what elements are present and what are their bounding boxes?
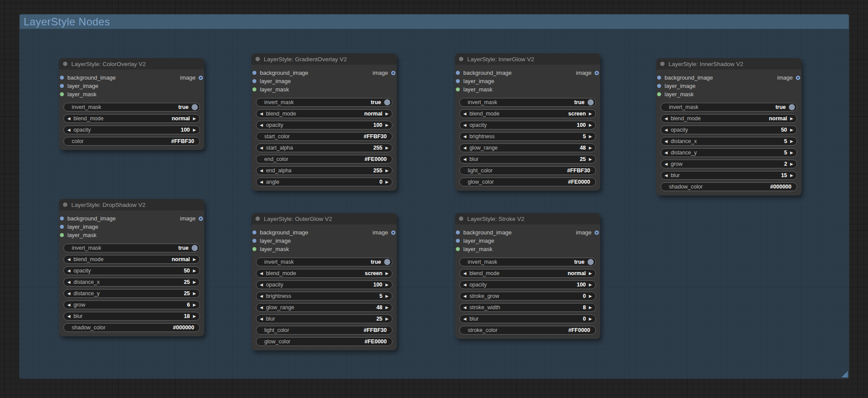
input-port-background_image-icon[interactable] — [252, 71, 256, 75]
toggle-knob-icon[interactable] — [588, 99, 594, 105]
node-graph-canvas[interactable]: { "group": { "title": "LayerStyle Nodes"… — [0, 0, 868, 398]
number-widget-stroke_grow[interactable]: ◀ stroke_grow 0 ▶ — [459, 292, 596, 300]
decrement-arrow-icon[interactable]: ◀ — [665, 174, 668, 178]
decrement-arrow-icon[interactable]: ◀ — [463, 146, 466, 150]
increment-arrow-icon[interactable]: ▶ — [589, 146, 592, 150]
number-widget-blur[interactable]: ◀ blur 18 ▶ — [63, 312, 200, 321]
increment-arrow-icon[interactable]: ▶ — [385, 169, 388, 173]
decrement-arrow-icon[interactable]: ◀ — [463, 283, 466, 287]
node-layerstyle-outerglow-v2[interactable]: LayerStyle: OuterGlow V2 background_imag… — [252, 213, 397, 350]
decrement-arrow-icon[interactable]: ◀ — [260, 283, 263, 287]
text-widget-glow_color[interactable]: glow_color #FE0000 — [459, 178, 596, 186]
toggle-knob-icon[interactable] — [192, 104, 198, 110]
input-port-background_image-icon[interactable] — [60, 76, 64, 80]
collapse-dot-icon[interactable] — [63, 62, 67, 66]
increment-arrow-icon[interactable]: ▶ — [589, 294, 592, 298]
input-port-layer_image-icon[interactable] — [252, 239, 256, 243]
input-port-layer_image-icon[interactable] — [456, 79, 460, 83]
input-port-background_image-icon[interactable] — [657, 76, 661, 80]
number-widget-opacity[interactable]: ◀ opacity 100 ▶ — [256, 121, 392, 129]
toggle-knob-icon[interactable] — [384, 99, 390, 105]
node-title-bar[interactable]: LayerStyle: GradientOverlay V2 — [252, 53, 397, 65]
input-port-background_image-icon[interactable] — [456, 71, 460, 75]
output-port-image-icon[interactable] — [391, 71, 396, 75]
increment-arrow-icon[interactable]: ▶ — [193, 314, 196, 318]
increment-arrow-icon[interactable]: ▶ — [385, 146, 388, 150]
number-widget-blur[interactable]: ◀ blur 15 ▶ — [661, 171, 797, 180]
input-port-layer_mask-icon[interactable] — [60, 92, 64, 96]
increment-arrow-icon[interactable]: ▶ — [589, 135, 592, 139]
node-title-bar[interactable]: LayerStyle: DropShadow V2 — [59, 199, 204, 210]
node-layerstyle-innerglow-v2[interactable]: LayerStyle: InnerGlow V2 background_imag… — [455, 53, 600, 191]
combo-widget-blend_mode[interactable]: ◀ blend_mode normal ▶ — [256, 109, 392, 118]
decrement-arrow-icon[interactable]: ◀ — [260, 112, 263, 116]
decrement-arrow-icon[interactable]: ◀ — [665, 140, 668, 143]
number-widget-glow_range[interactable]: ◀ glow_range 48 ▶ — [459, 143, 596, 152]
combo-widget-blend_mode[interactable]: ◀ blend_mode normal ▶ — [63, 255, 200, 264]
text-widget-light_color[interactable]: light_color #FFBF30 — [459, 166, 596, 175]
decrement-arrow-icon[interactable]: ◀ — [463, 306, 466, 310]
text-widget-color[interactable]: color #FFBF30 — [63, 137, 200, 146]
increment-arrow-icon[interactable]: ▶ — [385, 272, 388, 276]
decrement-arrow-icon[interactable]: ◀ — [665, 162, 668, 166]
decrement-arrow-icon[interactable]: ◀ — [67, 314, 70, 318]
decrement-arrow-icon[interactable]: ◀ — [67, 258, 70, 262]
increment-arrow-icon[interactable]: ▶ — [385, 294, 388, 298]
number-widget-grow[interactable]: ◀ grow 6 ▶ — [63, 300, 200, 309]
input-port-layer_image-icon[interactable] — [456, 239, 460, 243]
decrement-arrow-icon[interactable]: ◀ — [665, 128, 668, 132]
number-widget-opacity[interactable]: ◀ opacity 50 ▶ — [63, 266, 200, 275]
decrement-arrow-icon[interactable]: ◀ — [463, 123, 466, 127]
toggle-widget-invert_mask[interactable]: invert_mask true — [63, 103, 200, 112]
increment-arrow-icon[interactable]: ▶ — [790, 140, 793, 143]
increment-arrow-icon[interactable]: ▶ — [589, 283, 592, 287]
input-port-layer_mask-icon[interactable] — [456, 247, 460, 251]
decrement-arrow-icon[interactable]: ◀ — [260, 306, 263, 310]
increment-arrow-icon[interactable]: ▶ — [589, 317, 592, 321]
collapse-dot-icon[interactable] — [660, 62, 665, 66]
combo-widget-blend_mode[interactable]: ◀ blend_mode normal ▶ — [459, 269, 596, 278]
increment-arrow-icon[interactable]: ▶ — [193, 292, 196, 296]
increment-arrow-icon[interactable]: ▶ — [589, 306, 592, 310]
decrement-arrow-icon[interactable]: ◀ — [463, 112, 466, 116]
increment-arrow-icon[interactable]: ▶ — [385, 306, 388, 310]
input-port-layer_image-icon[interactable] — [60, 84, 64, 88]
text-widget-shadow_color[interactable]: shadow_color #000000 — [661, 182, 797, 191]
decrement-arrow-icon[interactable]: ◀ — [463, 294, 466, 298]
output-port-image-icon[interactable] — [199, 76, 203, 80]
increment-arrow-icon[interactable]: ▶ — [385, 112, 388, 116]
node-layerstyle-gradientoverlay-v2[interactable]: LayerStyle: GradientOverlay V2 backgroun… — [252, 53, 397, 191]
decrement-arrow-icon[interactable]: ◀ — [67, 117, 70, 121]
increment-arrow-icon[interactable]: ▶ — [193, 269, 196, 273]
increment-arrow-icon[interactable]: ▶ — [385, 283, 388, 287]
number-widget-stroke_width[interactable]: ◀ stroke_width 8 ▶ — [459, 303, 596, 312]
collapse-dot-icon[interactable] — [256, 216, 260, 221]
node-title-bar[interactable]: LayerStyle: InnerShadow V2 — [656, 58, 802, 70]
number-widget-distance_y[interactable]: ◀ distance_y 5 ▶ — [661, 148, 797, 157]
input-port-layer_image-icon[interactable] — [60, 225, 64, 229]
input-port-layer_mask-icon[interactable] — [60, 233, 64, 237]
node-title-bar[interactable]: LayerStyle: ColorOverlay V2 — [59, 58, 204, 70]
input-port-layer_mask-icon[interactable] — [252, 247, 256, 251]
node-layerstyle-coloroverlay-v2[interactable]: LayerStyle: ColorOverlay V2 background_i… — [59, 58, 204, 150]
increment-arrow-icon[interactable]: ▶ — [385, 123, 388, 127]
number-widget-opacity[interactable]: ◀ opacity 100 ▶ — [459, 121, 596, 129]
decrement-arrow-icon[interactable]: ◀ — [463, 272, 466, 276]
decrement-arrow-icon[interactable]: ◀ — [67, 303, 70, 307]
decrement-arrow-icon[interactable]: ◀ — [260, 146, 263, 150]
text-widget-glow_color[interactable]: glow_color #FE0000 — [256, 337, 392, 346]
combo-widget-blend_mode[interactable]: ◀ blend_mode screen ▶ — [459, 109, 596, 118]
collapse-dot-icon[interactable] — [459, 216, 463, 221]
toggle-widget-invert_mask[interactable]: invert_mask true — [256, 258, 392, 266]
number-widget-blur[interactable]: ◀ blur 25 ▶ — [459, 155, 596, 164]
toggle-knob-icon[interactable] — [192, 245, 198, 251]
toggle-widget-invert_mask[interactable]: invert_mask true — [459, 258, 596, 266]
decrement-arrow-icon[interactable]: ◀ — [463, 317, 466, 321]
number-widget-blur[interactable]: ◀ blur 0 ▶ — [459, 314, 596, 323]
toggle-knob-icon[interactable] — [789, 104, 795, 110]
increment-arrow-icon[interactable]: ▶ — [193, 280, 196, 284]
text-widget-start_color[interactable]: start_color #FFBF30 — [256, 132, 392, 141]
toggle-widget-invert_mask[interactable]: invert_mask true — [661, 103, 797, 112]
node-title-bar[interactable]: LayerStyle: InnerGlow V2 — [455, 53, 600, 65]
number-widget-distance_x[interactable]: ◀ distance_x 5 ▶ — [661, 137, 797, 146]
